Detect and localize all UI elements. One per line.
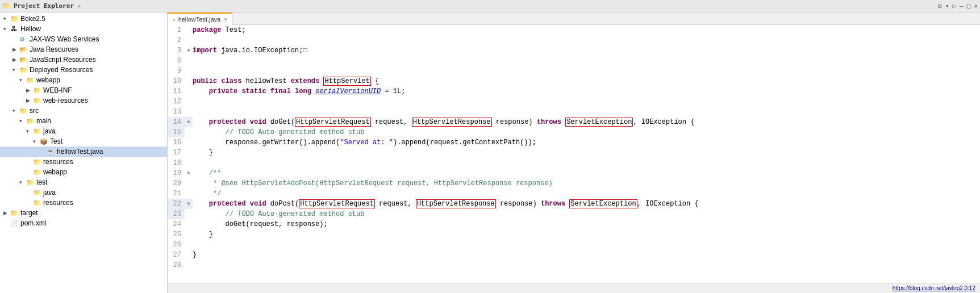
code-12 bbox=[193, 97, 197, 107]
icon-jr: 📂 bbox=[19, 46, 28, 53]
tree-item-jaxws[interactable]: ⚙ JAX-WS Web Services bbox=[0, 34, 167, 44]
code-row-16: 16 response.getWriter().append("Served a… bbox=[168, 137, 980, 148]
project-explorer-icon: 📁 bbox=[2, 2, 10, 10]
tab-icon: ☕ bbox=[172, 15, 176, 23]
gutter-19: ◈ bbox=[185, 168, 193, 178]
ln-8: 8 bbox=[168, 56, 185, 66]
arrow-main: ▾ bbox=[19, 118, 26, 124]
tree-item-js-resources[interactable]: ▶ 📂 JavaScript Resources bbox=[0, 55, 167, 65]
arrow-dep: ▾ bbox=[12, 67, 19, 73]
tree-item-java[interactable]: ▾ 📁 java bbox=[0, 126, 167, 136]
icon-webres: 📁 bbox=[33, 97, 42, 104]
label-java2: java bbox=[43, 189, 56, 196]
tree-item-resources2[interactable]: 📁 resources bbox=[0, 198, 167, 208]
icon-pom: 📄 bbox=[10, 220, 19, 227]
ln-10: 10 bbox=[168, 76, 185, 86]
tree-item-java-resources[interactable]: ▶ 📂 Java Resources bbox=[0, 44, 167, 55]
icon-jaxws: ⚙ bbox=[19, 36, 28, 43]
status-url[interactable]: https://blog.csdn.net/javlnp2.0:12 bbox=[893, 285, 975, 291]
code-23: // TODO Auto-generated method stub bbox=[193, 209, 364, 219]
toolbar-icon-6[interactable]: ✕ bbox=[974, 2, 978, 10]
arrow-java: ▾ bbox=[26, 128, 33, 134]
tree-item-src[interactable]: ▾ 📁 src bbox=[0, 106, 167, 116]
label-jaxws: JAX-WS Web Services bbox=[30, 35, 99, 43]
label-hellow: Hellow bbox=[20, 25, 41, 33]
tree-item-webapp[interactable]: ▾ 📁 webapp bbox=[0, 75, 167, 85]
label-res: resources bbox=[43, 158, 73, 166]
tree-item-target[interactable]: ▶ 📁 target bbox=[0, 208, 167, 218]
toolbar-icon-5[interactable]: □ bbox=[967, 2, 971, 10]
tree-item-test-pkg[interactable]: ▾ 📦 Test bbox=[0, 136, 167, 146]
tree-item-main[interactable]: ▾ 📁 main bbox=[0, 116, 167, 126]
icon-webapp2: 📁 bbox=[33, 169, 42, 176]
icon-dep: 📁 bbox=[19, 66, 28, 74]
code-row-28: 28 bbox=[168, 260, 980, 270]
toolbar-icon-2[interactable]: ▾ bbox=[945, 2, 949, 10]
title-close-icon[interactable]: ✕ bbox=[77, 3, 81, 9]
label-jsr: JavaScript Resources bbox=[30, 56, 96, 64]
tree-item-webinf[interactable]: ▶ 📁 WEB-INF bbox=[0, 85, 167, 95]
tree-item-hellow[interactable]: ▾ 🖧 Hellow bbox=[0, 24, 167, 34]
tree-item-deployed[interactable]: ▾ 📁 Deployed Resources bbox=[0, 65, 167, 75]
code-row-1: 1 package Test; bbox=[168, 25, 980, 35]
code-row-21: 21 */ bbox=[168, 189, 980, 199]
project-tree: ▾ 📁 Boke2.5 ▾ 🖧 Hellow ⚙ JAX-WS Web Se bbox=[0, 12, 167, 293]
code-11: private static final long serialVersionU… bbox=[193, 86, 405, 97]
tree-item-boke[interactable]: ▾ 📁 Boke2.5 bbox=[0, 14, 167, 24]
code-19: /** bbox=[193, 168, 221, 178]
code-row-27: 27 } bbox=[168, 250, 980, 260]
label-java: java bbox=[43, 127, 56, 135]
tree-item-java2[interactable]: 📁 java bbox=[0, 187, 167, 198]
code-14: protected void doGet(HttpServletRequest … bbox=[193, 117, 694, 127]
code-3: import java.io.IOException;□ bbox=[193, 45, 307, 56]
icon-webapp: 📁 bbox=[26, 77, 35, 84]
code-15: // TODO Auto-generated method stub bbox=[193, 127, 364, 137]
toolbar-icon-4[interactable]: — bbox=[960, 2, 964, 10]
code-18 bbox=[193, 158, 197, 168]
arrow-testf: ▾ bbox=[19, 179, 26, 185]
icon-java2: 📁 bbox=[33, 189, 42, 196]
code-row-18: 18 bbox=[168, 158, 980, 168]
label-testpkg: Test bbox=[50, 137, 62, 145]
label-pom: pom.xml bbox=[20, 219, 46, 227]
tab-close[interactable]: ✕ bbox=[224, 16, 227, 22]
left-panel: ▾ 📁 Boke2.5 ▾ 🖧 Hellow ⚙ JAX-WS Web Se bbox=[0, 12, 168, 293]
icon-hellowtest: ☕ bbox=[47, 148, 56, 156]
icon-testpkg: 📦 bbox=[40, 138, 49, 145]
icon-hellow: 🖧 bbox=[10, 25, 19, 33]
label-webinf: WEB-INF bbox=[43, 86, 72, 94]
ln-21: 21 bbox=[168, 189, 185, 199]
arrow-testpkg: ▾ bbox=[33, 139, 40, 144]
icon-testf: 📁 bbox=[26, 179, 35, 186]
tree-item-hellowtest[interactable]: ☕ hellowTest.java bbox=[0, 146, 167, 157]
toolbar-icon-3[interactable]: ▷ bbox=[953, 2, 957, 10]
arrow-jr: ▶ bbox=[12, 47, 19, 52]
main-layout: ▾ 📁 Boke2.5 ▾ 🖧 Hellow ⚙ JAX-WS Web Se bbox=[0, 12, 980, 293]
arrow-webapp: ▾ bbox=[19, 77, 26, 83]
code-16: response.getWriter().append("Served at: … bbox=[193, 137, 536, 148]
toolbar-icon-1[interactable]: ⊞ bbox=[938, 2, 942, 10]
editor-tab-bar: ☕ hellowTest.java ✕ bbox=[168, 12, 980, 25]
tree-item-resources[interactable]: 📁 resources bbox=[0, 157, 167, 167]
code-27: } bbox=[193, 250, 197, 260]
tree-item-webapp2[interactable]: 📁 webapp bbox=[0, 167, 167, 177]
label-res2: resources bbox=[43, 199, 73, 207]
tree-item-webresources[interactable]: ▶ 📁 web-resources bbox=[0, 95, 167, 106]
ln-18: 18 bbox=[168, 158, 185, 168]
tree-item-testfolder[interactable]: ▾ 📁 test bbox=[0, 177, 167, 187]
code-area[interactable]: 1 package Test; 2 3 ◈ import java.io.IOE… bbox=[168, 25, 980, 283]
label-webres: web-resources bbox=[43, 97, 88, 104]
code-row-8: 8 bbox=[168, 56, 980, 66]
icon-java: 📁 bbox=[33, 128, 42, 135]
gutter-14: ◈ bbox=[185, 117, 193, 127]
code-9 bbox=[193, 66, 197, 76]
ln-17: 17 bbox=[168, 148, 185, 158]
tree-item-pom[interactable]: 📄 pom.xml bbox=[0, 218, 167, 228]
code-25: } bbox=[193, 229, 213, 240]
code-row-25: 25 } bbox=[168, 229, 980, 240]
code-row-14: 14 ◈ protected void doGet(HttpServletReq… bbox=[168, 117, 980, 127]
ln-9: 9 bbox=[168, 66, 185, 76]
code-row-12: 12 bbox=[168, 97, 980, 107]
editor-tab[interactable]: ☕ hellowTest.java ✕ bbox=[168, 12, 232, 25]
code-26 bbox=[193, 240, 197, 250]
